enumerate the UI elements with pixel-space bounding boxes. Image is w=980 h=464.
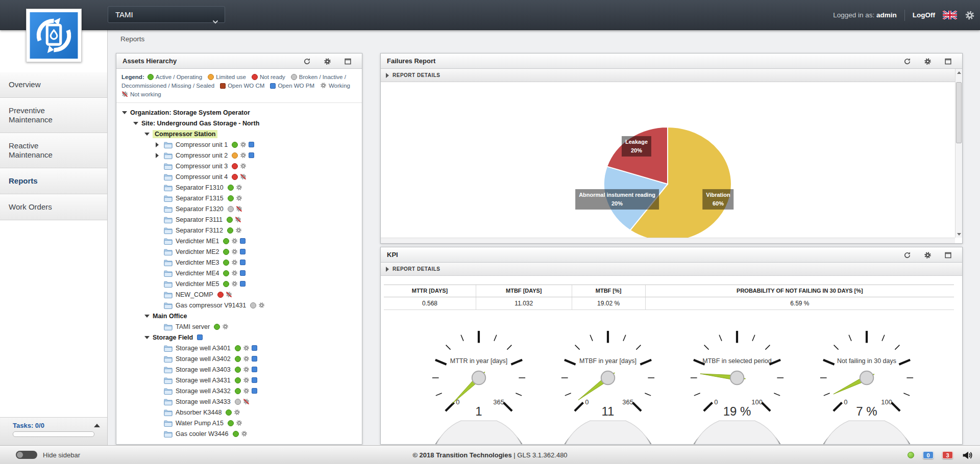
chevron-down-icon: [212, 13, 218, 29]
working-gear-icon: [243, 355, 250, 362]
gear-icon[interactable]: [923, 57, 932, 65]
maximize-icon[interactable]: [344, 57, 352, 65]
breadcrumb: Reports: [120, 35, 144, 43]
tree-item[interactable]: Gas compressor V91431: [121, 300, 362, 311]
tree-item[interactable]: Verdichter ME3: [121, 257, 362, 268]
sidebar-item-reactive-maintenance[interactable]: Reactive Maintenance: [0, 133, 107, 168]
tree-item[interactable]: Separator F1310: [121, 182, 362, 193]
tree-item[interactable]: Storage well A3433: [121, 396, 362, 407]
tree-expander-icon[interactable]: [144, 336, 153, 339]
status-active-icon: [227, 227, 233, 234]
tree-expander-icon[interactable]: [133, 122, 141, 125]
folder-icon: [164, 184, 173, 191]
gauge: MTBF in selected period010019 %: [687, 331, 787, 444]
tree-item[interactable]: Separator F1320: [121, 203, 362, 214]
pie-slice-label: Leakage20%: [622, 136, 651, 157]
speaker-icon[interactable]: [962, 451, 973, 460]
tree-item[interactable]: Storage well A3432: [121, 385, 362, 396]
horizontal-scrollbar[interactable]: [381, 238, 955, 243]
open-wo-pm-icon: [252, 388, 257, 394]
tree-item[interactable]: Compressor Station: [121, 128, 362, 139]
status-active-icon: [226, 409, 232, 416]
scroll-up-button[interactable]: [955, 69, 962, 76]
open-wo-pm-icon: [249, 152, 254, 158]
gear-icon[interactable]: [323, 57, 331, 65]
report-details-toggle[interactable]: REPORT DETAILS: [381, 69, 962, 82]
tree-item[interactable]: Organization: Storage System Operator: [121, 107, 362, 118]
status-active-icon: [235, 345, 241, 351]
tree-item[interactable]: Main Office: [121, 311, 362, 321]
sidebar-item-work-orders[interactable]: Work Orders: [0, 194, 107, 220]
uk-flag-icon[interactable]: [943, 11, 957, 19]
legend-item: Not ready: [252, 74, 285, 80]
tree-item[interactable]: Verdichter ME4: [121, 268, 362, 278]
tree-item[interactable]: Compressor unit 2: [121, 150, 362, 161]
tree-item-label: Storage well A3433: [176, 398, 231, 405]
svg-text:365: 365: [622, 398, 633, 406]
notification-badge-red[interactable]: 3: [942, 451, 953, 459]
tree-expander-icon[interactable]: [122, 111, 130, 114]
tree-item[interactable]: Storage Field: [121, 332, 362, 343]
tree-item[interactable]: TAMI server: [121, 321, 362, 332]
tree-item-label: Separator F3111: [176, 216, 223, 223]
maximize-icon[interactable]: [944, 57, 952, 65]
folder-icon: [164, 205, 173, 213]
green-led-icon: [908, 452, 914, 458]
tree-expander-icon[interactable]: [144, 133, 153, 136]
open-wo-pm-icon: [252, 377, 257, 383]
sidebar-item-reports[interactable]: Reports: [0, 168, 107, 194]
notification-badge-blue[interactable]: 0: [923, 451, 934, 459]
tree-item[interactable]: Separator F1315: [121, 193, 362, 203]
scroll-down-button[interactable]: [955, 230, 962, 238]
kpi-gauges-chart: MTTR in year [days]03651MTBF in year [da…: [381, 247, 962, 444]
refresh-icon[interactable]: [303, 57, 311, 65]
collapse-arrow-icon[interactable]: [94, 424, 100, 427]
footer-bar: Hide sidebar © 2018 Transition Technolog…: [0, 445, 980, 464]
tree-item[interactable]: Verdichter ME5: [121, 278, 362, 289]
tree-item[interactable]: Storage well A3401: [121, 343, 362, 353]
folder-icon: [164, 409, 173, 416]
svg-text:0: 0: [585, 398, 589, 406]
tree-item[interactable]: Absorber K3448: [121, 407, 362, 418]
folder-icon: [164, 430, 173, 437]
tree-item[interactable]: Separator F3111: [121, 214, 362, 225]
open-wo-pm-icon: [252, 367, 257, 372]
folder-icon: [164, 366, 173, 373]
tree-expander-icon[interactable]: [156, 142, 164, 147]
status-active-icon: [235, 377, 241, 383]
tree-item[interactable]: NEW_COMP: [121, 289, 362, 300]
tree-item[interactable]: Storage well A3431: [121, 375, 362, 385]
folder-icon: [164, 270, 173, 277]
tree-item[interactable]: Storage well A3403: [121, 364, 362, 375]
panel-title: Assets Hierarchy: [122, 54, 177, 69]
tree-item[interactable]: Gas cooler W3446: [121, 428, 362, 437]
tree-item-label: Verdichter ME4: [176, 270, 219, 277]
tree-expander-icon[interactable]: [144, 315, 153, 318]
logoff-button[interactable]: LogOff: [913, 11, 935, 19]
tree-item[interactable]: Water Pump A15: [121, 418, 362, 428]
tree-item[interactable]: Verdichter ME2: [121, 246, 362, 257]
scrollbar-thumb[interactable]: [956, 82, 962, 143]
tree-item[interactable]: Compressor unit 1: [121, 139, 362, 150]
refresh-icon[interactable]: [903, 57, 911, 65]
tree-item[interactable]: Verdichter ME1: [121, 236, 362, 246]
folder-icon: [164, 398, 173, 405]
settings-gear-icon[interactable]: [965, 10, 975, 20]
tree-item[interactable]: Storage well A3402: [121, 353, 362, 364]
status-active-icon: [148, 74, 154, 80]
sidebar-item-preventive-maintenance[interactable]: Preventive Maintenance: [0, 98, 107, 133]
tree-item[interactable]: Compressor unit 3: [121, 161, 362, 171]
tree-item-label: Verdichter ME5: [176, 280, 219, 288]
tree-item-label: TAMI server: [176, 323, 210, 330]
tree-item-label: Organization: Storage System Operator: [130, 109, 250, 116]
tree-item[interactable]: Site: Underground Gas Storage - North: [121, 118, 362, 128]
tree-item[interactable]: Compressor unit 4: [121, 171, 362, 182]
folder-icon: [164, 152, 173, 159]
not-working-gear-icon: [240, 173, 247, 180]
tree-expander-icon[interactable]: [156, 153, 164, 158]
sidebar-item-overview[interactable]: Overview: [0, 72, 107, 98]
tree-item[interactable]: Separator F3112: [121, 225, 362, 236]
app-selector-dropdown[interactable]: TAMI: [108, 6, 225, 23]
vertical-scrollbar[interactable]: [955, 69, 962, 238]
working-gear-icon: [234, 409, 240, 416]
